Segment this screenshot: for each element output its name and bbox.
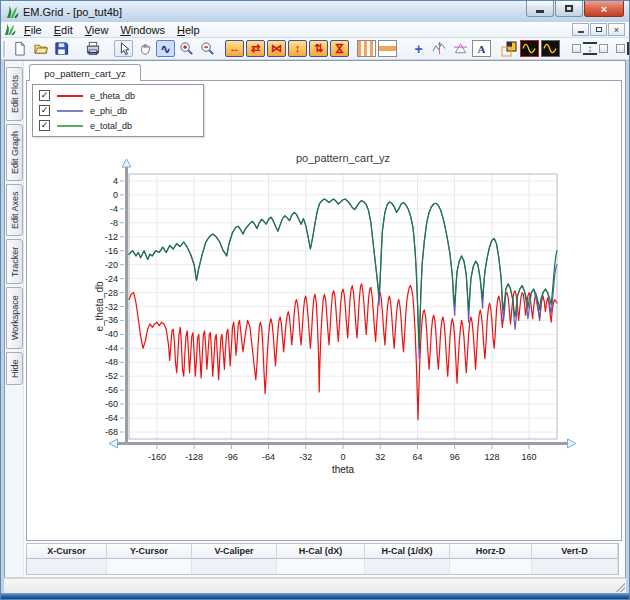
readout-value-hcal-dx bbox=[277, 559, 365, 574]
svg-text:-44: -44 bbox=[105, 343, 118, 353]
mdi-minimize-icon bbox=[578, 31, 584, 33]
svg-text:-56: -56 bbox=[105, 385, 118, 395]
close-button[interactable]: × bbox=[584, 1, 624, 17]
menu-help[interactable]: Help bbox=[171, 23, 206, 37]
legend-line-sample-red bbox=[57, 95, 83, 97]
svg-text:-96: -96 bbox=[225, 452, 238, 462]
mdi-close-button[interactable]: × bbox=[608, 23, 625, 36]
sidebar-tab-edit-plots[interactable]: Edit Plots bbox=[6, 67, 23, 121]
zoom-out-icon[interactable] bbox=[198, 40, 217, 57]
pan-curve-icon[interactable]: ∿ bbox=[156, 40, 175, 57]
window-controls: × bbox=[525, 1, 624, 17]
app-logo-icon bbox=[5, 5, 19, 19]
mirror-x-icon[interactable]: ⋈ bbox=[267, 40, 286, 57]
legend-label: e_phi_db bbox=[90, 106, 127, 116]
tracker-tool-icon[interactable] bbox=[430, 40, 449, 57]
chart-canvas[interactable]: -160-128-96-64-32032649612816040-4-8-12-… bbox=[92, 147, 577, 480]
readout-value-hcal-1dx bbox=[365, 559, 450, 574]
title-bar[interactable]: EM.Grid - [po_tut4b] × bbox=[1, 1, 629, 22]
toolbar: ∿ ↔ ⇄ ⋈ ↕ ⇅ ⋈ + A bbox=[1, 38, 629, 60]
compress-x-icon[interactable]: ⇄ bbox=[246, 40, 265, 57]
pan-hand-icon[interactable] bbox=[135, 40, 154, 57]
new-file-icon[interactable] bbox=[10, 40, 29, 57]
sidebar-tab-tracker[interactable]: Tracker bbox=[6, 239, 23, 284]
svg-text:-4: -4 bbox=[110, 204, 118, 214]
split-horizontal-icon[interactable] bbox=[378, 40, 397, 57]
readout-header-x-cursor: X-Cursor bbox=[27, 544, 107, 559]
sidebar-tab-workspace[interactable]: Workspace bbox=[6, 287, 23, 349]
checkbox-e-phi-db[interactable]: ✓ bbox=[39, 105, 50, 116]
document-icon bbox=[3, 23, 16, 36]
readout-header-horz-d: Horz-D bbox=[450, 544, 532, 559]
expand-x-icon[interactable]: ↔ bbox=[225, 40, 244, 57]
mdi-minimize-button[interactable] bbox=[572, 23, 589, 36]
menu-windows[interactable]: Windows bbox=[114, 23, 171, 37]
menu-view[interactable]: View bbox=[79, 23, 115, 37]
mirror-y-icon[interactable]: ⋈ bbox=[330, 40, 349, 57]
caliper-tool-icon[interactable] bbox=[451, 40, 470, 57]
mdi-restore-icon bbox=[596, 27, 602, 32]
sync-y-left-checkbox[interactable] bbox=[572, 44, 581, 53]
svg-text:-160: -160 bbox=[148, 452, 166, 462]
svg-text:128: 128 bbox=[484, 452, 499, 462]
expand-y-icon[interactable]: ↕ bbox=[288, 40, 307, 57]
svg-text:96: 96 bbox=[450, 452, 460, 462]
wave-style-1-icon[interactable] bbox=[520, 40, 539, 57]
window-bottom-border bbox=[1, 593, 629, 599]
menu-file[interactable]: File bbox=[18, 23, 48, 37]
sync-y-icon[interactable]: ↕ bbox=[583, 42, 597, 55]
plot-legend: ✓ e_theta_db ✓ e_phi_db ✓ e_total_db bbox=[32, 84, 204, 137]
svg-text:-68: -68 bbox=[105, 427, 118, 437]
menu-edit[interactable]: Edit bbox=[48, 23, 79, 37]
resize-grip-icon[interactable] bbox=[614, 581, 625, 592]
print-icon[interactable] bbox=[83, 40, 102, 57]
cross-cursor-icon[interactable]: + bbox=[409, 40, 428, 57]
compress-y-icon[interactable]: ⇅ bbox=[309, 40, 328, 57]
readout-header-hcal-dx: H-Cal (dX) bbox=[277, 544, 365, 559]
minimize-button[interactable] bbox=[526, 1, 554, 17]
legend-label: e_theta_db bbox=[90, 91, 135, 101]
mdi-close-icon: × bbox=[614, 25, 619, 35]
restore-button[interactable] bbox=[555, 1, 583, 17]
svg-text:-32: -32 bbox=[299, 452, 312, 462]
sidebar-tab-hide[interactable]: Hide bbox=[6, 352, 23, 385]
svg-text:-60: -60 bbox=[105, 399, 118, 409]
svg-text:0: 0 bbox=[340, 452, 345, 462]
sync-x-left-checkbox[interactable] bbox=[616, 44, 625, 53]
pointer-tool-icon[interactable] bbox=[114, 40, 133, 57]
svg-text:-24: -24 bbox=[105, 274, 118, 284]
legend-line-sample-blue bbox=[57, 110, 83, 112]
wave-style-2-icon[interactable] bbox=[541, 40, 560, 57]
sync-y-right-checkbox[interactable] bbox=[599, 44, 608, 53]
svg-text:-32: -32 bbox=[105, 302, 118, 312]
legend-row-e-total-db: ✓ e_total_db bbox=[39, 118, 197, 133]
graph-panel: ✓ e_theta_db ✓ e_phi_db ✓ e_total_db bbox=[26, 80, 622, 541]
svg-text:-16: -16 bbox=[105, 246, 118, 256]
mirror-y-glyph: ⋈ bbox=[332, 43, 347, 54]
svg-text:-52: -52 bbox=[105, 371, 118, 381]
mdi-restore-button[interactable] bbox=[590, 23, 607, 36]
client-area: Edit Plots Edit Graph Edit Axes Tracker … bbox=[4, 60, 626, 578]
open-file-icon[interactable] bbox=[31, 40, 50, 57]
document-tab[interactable]: po_pattern_cart_yz bbox=[29, 64, 141, 81]
svg-text:-36: -36 bbox=[105, 315, 118, 325]
checkbox-e-theta-db[interactable]: ✓ bbox=[39, 90, 50, 101]
svg-text:-20: -20 bbox=[105, 260, 118, 270]
svg-text:4: 4 bbox=[113, 176, 118, 186]
save-icon[interactable] bbox=[52, 40, 71, 57]
readout-value-horz-d bbox=[450, 559, 532, 574]
zoom-in-icon[interactable] bbox=[177, 40, 196, 57]
text-annotation-icon[interactable]: A bbox=[472, 40, 491, 57]
sync-x-icon[interactable]: ↔ bbox=[627, 42, 629, 55]
sidebar-tab-edit-axes[interactable]: Edit Axes bbox=[6, 184, 23, 236]
checkbox-e-total-db[interactable]: ✓ bbox=[39, 120, 50, 131]
svg-text:64: 64 bbox=[412, 452, 422, 462]
plot-styles-icon[interactable] bbox=[499, 40, 518, 57]
split-vertical-icon[interactable] bbox=[357, 40, 376, 57]
app-window: EM.Grid - [po_tut4b] × File Edit View Wi… bbox=[0, 0, 630, 600]
toolbar-grip[interactable] bbox=[3, 41, 6, 57]
svg-text:160: 160 bbox=[522, 452, 537, 462]
sidebar-tab-edit-graph[interactable]: Edit Graph bbox=[6, 124, 23, 181]
minimize-icon bbox=[536, 10, 544, 13]
legend-row-e-phi-db: ✓ e_phi_db bbox=[39, 103, 197, 118]
